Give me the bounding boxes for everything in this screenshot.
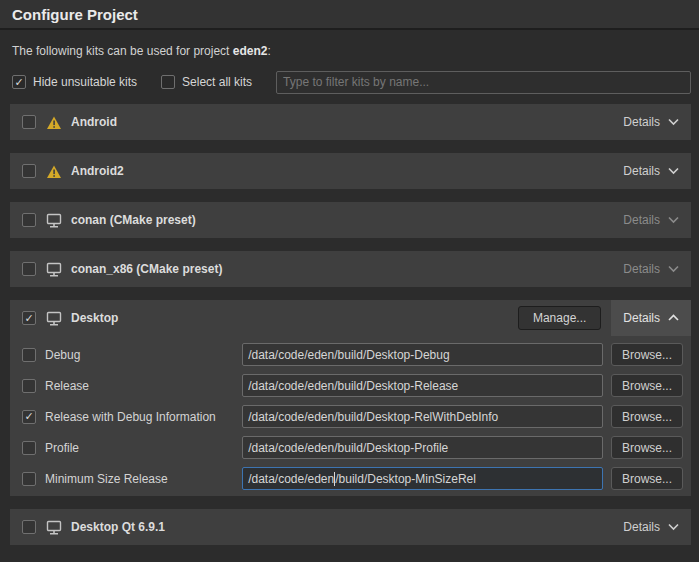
desktop-icon xyxy=(46,213,62,228)
details-toggle[interactable]: Details xyxy=(611,300,691,336)
kit-header: Android Details xyxy=(10,104,691,140)
build-dir-input[interactable] xyxy=(242,405,603,428)
kit-row-android2: Android2 Details xyxy=(10,153,691,189)
kit-header: Desktop Manage... Details xyxy=(10,300,691,336)
browse-button[interactable]: Browse... xyxy=(611,467,683,490)
chevron-down-icon xyxy=(668,118,679,126)
kit-checkbox[interactable] xyxy=(22,115,36,129)
config-label: Debug xyxy=(45,348,242,362)
desktop-icon xyxy=(46,520,62,535)
kit-list: Android Details Android2 Details xyxy=(10,104,691,545)
config-label: Release xyxy=(45,379,242,393)
build-config-row-minsizerel: Minimum Size Release /data/code/eden/bui… xyxy=(22,467,683,490)
build-dir-input-focused[interactable]: /data/code/eden/build/Desktop-MinSizeRel xyxy=(242,467,603,490)
config-label: Minimum Size Release xyxy=(45,472,242,486)
build-dir-input[interactable] xyxy=(242,374,603,397)
kit-filter-input[interactable] xyxy=(276,71,691,94)
kit-checkbox[interactable] xyxy=(22,164,36,178)
hide-unsuitable-kits-label: Hide unsuitable kits xyxy=(33,75,137,89)
warning-icon xyxy=(46,115,62,130)
config-checkbox[interactable] xyxy=(22,472,36,486)
kit-header: conan_x86 (CMake preset) Details xyxy=(10,251,691,287)
kit-checkbox[interactable] xyxy=(22,311,36,325)
details-toggle[interactable]: Details xyxy=(611,202,691,238)
kit-name: Desktop xyxy=(71,311,518,325)
intro-text: The following kits can be used for proje… xyxy=(12,44,687,58)
config-label: Release with Debug Information xyxy=(45,410,242,424)
kit-row-android: Android Details xyxy=(10,104,691,140)
kit-checkbox[interactable] xyxy=(22,213,36,227)
build-config-row-relwithdebinfo: Release with Debug Information Browse... xyxy=(22,405,683,428)
build-dir-input[interactable] xyxy=(242,436,603,459)
kit-row-desktop: Desktop Manage... Details Debug Browse..… xyxy=(10,300,691,496)
select-all-kits-label: Select all kits xyxy=(182,75,252,89)
chevron-down-icon xyxy=(668,523,679,531)
build-config-list: Debug Browse... Release Browse... Releas… xyxy=(10,336,691,496)
kit-name: Android xyxy=(71,115,611,129)
title-bar: Configure Project xyxy=(0,0,699,30)
hide-unsuitable-kits-checkbox-group[interactable]: Hide unsuitable kits xyxy=(12,75,137,89)
kit-name: conan (CMake preset) xyxy=(71,213,611,227)
kit-name: conan_x86 (CMake preset) xyxy=(71,262,611,276)
details-toggle[interactable]: Details xyxy=(611,251,691,287)
warning-icon xyxy=(46,164,62,179)
kit-checkbox[interactable] xyxy=(22,262,36,276)
page-title: Configure Project xyxy=(12,6,138,23)
chevron-down-icon xyxy=(668,216,679,224)
project-name: eden2 xyxy=(233,44,268,58)
build-config-row-debug: Debug Browse... xyxy=(22,343,683,366)
config-checkbox[interactable] xyxy=(22,410,36,424)
chevron-down-icon xyxy=(668,167,679,175)
select-all-kits-checkbox-group[interactable]: Select all kits xyxy=(161,75,252,89)
hide-unsuitable-kits-checkbox[interactable] xyxy=(12,75,26,89)
details-toggle[interactable]: Details xyxy=(611,153,691,189)
build-config-row-release: Release Browse... xyxy=(22,374,683,397)
kit-row-conan: conan (CMake preset) Details xyxy=(10,202,691,238)
kit-header: Android2 Details xyxy=(10,153,691,189)
build-dir-input[interactable] xyxy=(242,343,603,366)
chevron-up-icon xyxy=(668,314,679,322)
kit-checkbox[interactable] xyxy=(22,520,36,534)
browse-button[interactable]: Browse... xyxy=(611,436,683,459)
browse-button[interactable]: Browse... xyxy=(611,374,683,397)
kit-filter-controls: Hide unsuitable kits Select all kits xyxy=(12,70,691,94)
config-label: Profile xyxy=(45,441,242,455)
kit-header: Desktop Qt 6.9.1 Details xyxy=(10,509,691,545)
config-checkbox[interactable] xyxy=(22,379,36,393)
kit-name: Android2 xyxy=(71,164,611,178)
manage-button[interactable]: Manage... xyxy=(518,306,601,330)
config-checkbox[interactable] xyxy=(22,348,36,362)
chevron-down-icon xyxy=(668,265,679,273)
details-toggle[interactable]: Details xyxy=(611,104,691,140)
kit-row-conan-x86: conan_x86 (CMake preset) Details xyxy=(10,251,691,287)
details-toggle[interactable]: Details xyxy=(611,509,691,545)
kit-name: Desktop Qt 6.9.1 xyxy=(71,520,611,534)
browse-button[interactable]: Browse... xyxy=(611,343,683,366)
build-config-row-profile: Profile Browse... xyxy=(22,436,683,459)
browse-button[interactable]: Browse... xyxy=(611,405,683,428)
desktop-icon xyxy=(46,311,62,326)
kit-row-desktop-qt-691: Desktop Qt 6.9.1 Details xyxy=(10,509,691,545)
kit-header: conan (CMake preset) Details xyxy=(10,202,691,238)
select-all-kits-checkbox[interactable] xyxy=(161,75,175,89)
config-checkbox[interactable] xyxy=(22,441,36,455)
desktop-icon xyxy=(46,262,62,277)
